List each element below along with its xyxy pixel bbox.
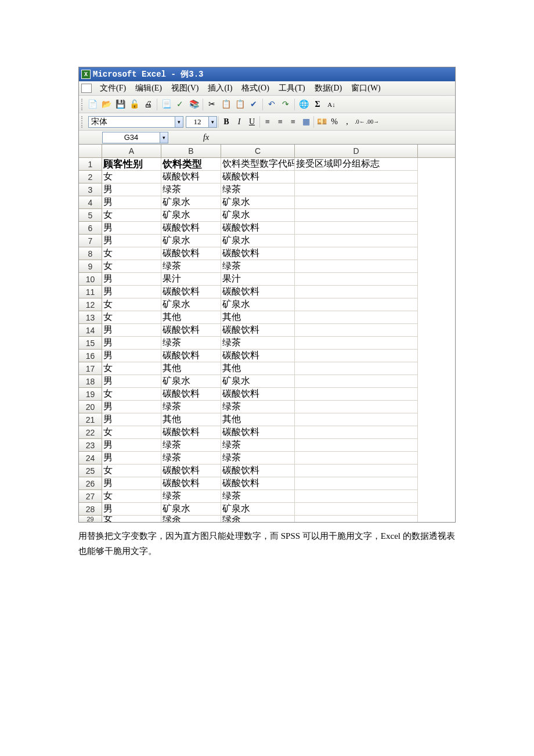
comma-icon[interactable]: , — [341, 116, 353, 128]
cell[interactable]: 碳酸饮料 — [161, 222, 221, 235]
cell[interactable]: 女 — [102, 171, 161, 183]
row-header[interactable]: 19 — [79, 388, 102, 401]
paste-icon[interactable]: 📋 — [233, 98, 246, 111]
autosum-icon[interactable]: Σ — [311, 98, 324, 111]
row-header[interactable]: 4 — [79, 196, 102, 209]
cell[interactable]: 绿茶 — [221, 452, 295, 465]
menu-window[interactable]: 窗口(W) — [347, 83, 385, 93]
cell[interactable]: 矿泉水 — [221, 196, 295, 209]
cell[interactable]: 碳酸饮料 — [161, 171, 221, 183]
row-header[interactable]: 1 — [79, 158, 102, 171]
menu-format[interactable]: 格式(O) — [237, 83, 273, 93]
underline-icon[interactable]: U — [246, 116, 258, 128]
cell[interactable]: 女 — [102, 465, 161, 477]
cell[interactable]: 男 — [102, 337, 161, 350]
cell[interactable]: 绿茶 — [221, 337, 295, 350]
row-header[interactable]: 8 — [79, 247, 102, 260]
row-header[interactable]: 28 — [79, 503, 102, 516]
research-icon[interactable]: 📚 — [187, 98, 200, 111]
cell[interactable]: 绿茶 — [161, 183, 221, 196]
menu-file[interactable]: 文件(F) — [95, 83, 131, 93]
cell[interactable]: 男 — [102, 183, 161, 196]
cell[interactable]: 顾客性别 — [102, 158, 161, 171]
menu-tools[interactable]: 工具(T) — [274, 83, 310, 93]
cell[interactable]: 其他 — [221, 362, 295, 375]
cell[interactable]: 女 — [102, 298, 161, 311]
cell[interactable] — [295, 350, 418, 362]
cell[interactable] — [295, 439, 418, 452]
name-box-dropdown-icon[interactable]: ▾ — [160, 132, 168, 143]
cell[interactable] — [295, 324, 418, 337]
cell[interactable]: 男 — [102, 375, 161, 388]
cell[interactable]: 女 — [102, 426, 161, 439]
col-header-D[interactable]: D — [295, 145, 418, 157]
cell[interactable]: 碳酸饮料 — [221, 222, 295, 235]
currency-icon[interactable]: 💴 — [315, 116, 328, 128]
cell[interactable] — [295, 452, 418, 465]
font-name-selector[interactable]: 宋体 — [88, 116, 175, 128]
save-icon[interactable]: 💾 — [114, 98, 127, 111]
cell[interactable]: 矿泉水 — [161, 209, 221, 222]
bold-icon[interactable]: B — [220, 116, 233, 128]
redo-icon[interactable]: ↷ — [279, 98, 292, 111]
document-icon[interactable] — [81, 84, 92, 93]
row-header[interactable]: 13 — [79, 311, 102, 324]
row-header[interactable]: 17 — [79, 362, 102, 375]
menu-edit[interactable]: 编辑(E) — [131, 83, 167, 93]
cell[interactable]: 矿泉水 — [161, 503, 221, 516]
print-preview-icon[interactable]: 📃 — [160, 98, 172, 111]
align-left-icon[interactable]: ≡ — [261, 116, 274, 128]
cell[interactable]: 男 — [102, 401, 161, 413]
row-header[interactable]: 27 — [79, 490, 102, 503]
cell[interactable]: 矿泉水 — [221, 503, 295, 516]
cell[interactable] — [295, 235, 418, 247]
cell[interactable] — [295, 171, 418, 183]
name-box[interactable]: G34 — [102, 132, 160, 143]
cell[interactable] — [295, 196, 418, 209]
spelling-icon[interactable]: ✓ — [174, 98, 186, 111]
cell[interactable]: 绿茶 — [221, 516, 295, 522]
row-header[interactable]: 2 — [79, 171, 102, 183]
cell[interactable]: 碳酸饮料 — [161, 388, 221, 401]
print-icon[interactable]: 🖨 — [142, 98, 154, 111]
cell[interactable]: 女 — [102, 362, 161, 375]
cell[interactable]: 男 — [102, 350, 161, 362]
cell[interactable]: 女 — [102, 516, 161, 522]
cell[interactable] — [295, 477, 418, 490]
row-header[interactable]: 5 — [79, 209, 102, 222]
cell[interactable]: 果汁 — [161, 273, 221, 286]
align-right-icon[interactable]: ≡ — [287, 116, 300, 128]
merge-center-icon[interactable]: ▦ — [300, 116, 312, 128]
cell[interactable] — [295, 260, 418, 273]
cell[interactable] — [295, 298, 418, 311]
row-header[interactable]: 26 — [79, 477, 102, 490]
row-header[interactable]: 3 — [79, 183, 102, 196]
cell[interactable] — [295, 337, 418, 350]
sort-asc-icon[interactable]: A↓ — [325, 98, 338, 111]
cell[interactable]: 碳酸饮料 — [221, 388, 295, 401]
permission-icon[interactable]: 🔓 — [128, 98, 140, 111]
cell[interactable] — [295, 388, 418, 401]
cell[interactable]: 其他 — [221, 413, 295, 426]
cell[interactable]: 饮料类型数字代码 — [221, 158, 295, 171]
row-header[interactable]: 9 — [79, 260, 102, 273]
cell[interactable]: 碳酸饮料 — [221, 286, 295, 298]
cell[interactable]: 绿茶 — [161, 490, 221, 503]
cell[interactable]: 男 — [102, 452, 161, 465]
row-header[interactable]: 22 — [79, 426, 102, 439]
row-header[interactable]: 16 — [79, 350, 102, 362]
cell[interactable] — [295, 311, 418, 324]
cell[interactable]: 接受区域即分组标志 — [295, 158, 418, 171]
row-header[interactable]: 14 — [79, 324, 102, 337]
cell[interactable]: 绿茶 — [161, 337, 221, 350]
cell[interactable]: 矿泉水 — [161, 196, 221, 209]
cell[interactable]: 其他 — [161, 362, 221, 375]
cell[interactable]: 男 — [102, 222, 161, 235]
hyperlink-icon[interactable]: 🌐 — [297, 98, 310, 111]
decrease-decimal-icon[interactable]: .00→ — [366, 116, 379, 128]
cell[interactable] — [295, 375, 418, 388]
menu-insert[interactable]: 插入(I) — [203, 83, 237, 93]
col-header-C[interactable]: C — [221, 145, 295, 157]
toolbar-handle[interactable] — [81, 99, 84, 110]
row-header[interactable]: 23 — [79, 439, 102, 452]
